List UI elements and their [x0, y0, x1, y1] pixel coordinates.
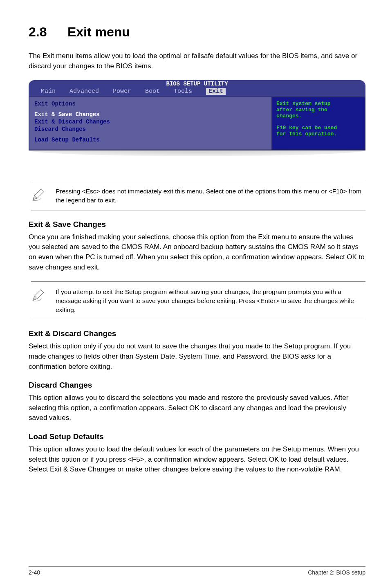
bios-tab-advanced: Advanced	[69, 88, 99, 95]
heading-exit-discard: Exit & Discard Changes	[29, 329, 365, 338]
bios-shadow	[29, 149, 365, 156]
bios-opt-discard: Discard Changes	[34, 126, 267, 132]
bios-left-title: Exit Options	[34, 101, 267, 107]
bios-help-l1: Exit system setup	[276, 101, 361, 107]
bios-right-pane: Exit system setup after saving the chang…	[271, 97, 365, 150]
bios-help-l4: F10 key can be used	[276, 125, 361, 131]
section-number: 2.8	[29, 25, 64, 40]
para-discard: This option allows you to discard the se…	[29, 393, 365, 423]
bios-left-pane: Exit Options Exit & Save Changes Exit & …	[29, 97, 271, 150]
note-save-prompt: If you attempt to exit the Setup program…	[31, 281, 365, 320]
bios-tab-exit: Exit	[206, 88, 226, 95]
section-heading: 2.8 Exit menu	[29, 25, 365, 40]
bios-body: Exit Options Exit & Save Changes Exit & …	[29, 97, 365, 150]
svg-line-1	[35, 289, 41, 295]
heading-load-defaults: Load Setup Defaults	[29, 432, 365, 441]
bios-tab-power: Power	[113, 88, 131, 95]
intro-paragraph: The Exit menu items allow you to load th…	[29, 51, 365, 71]
para-exit-save: Once you are finished making your select…	[29, 232, 365, 273]
heading-discard: Discard Changes	[29, 381, 365, 390]
bios-tab-boot: Boot	[145, 88, 160, 95]
bios-help-l5: for this operation.	[276, 131, 361, 137]
bios-screenshot: BIOS SETUP UTILITY Main Advanced Power B…	[29, 80, 365, 156]
note-save-prompt-text: If you attempt to exit the Setup program…	[56, 287, 365, 314]
para-exit-discard: Select this option only if you do not wa…	[29, 341, 365, 372]
svg-line-0	[35, 189, 41, 195]
section-title-text: Exit menu	[67, 25, 130, 39]
bios-tab-tools: Tools	[174, 88, 192, 95]
bios-opt-exit-discard: Exit & Discard Changes	[34, 119, 267, 125]
page-number: 2-40	[29, 569, 40, 576]
page-footer: 2-40 Chapter 2: BIOS setup	[29, 566, 365, 576]
pencil-icon	[31, 188, 45, 202]
chapter-label: Chapter 2: BIOS setup	[308, 569, 365, 576]
heading-exit-save: Exit & Save Changes	[29, 220, 365, 229]
para-load-defaults: This option allows you to load the defau…	[29, 444, 365, 475]
bios-help-l2: after saving the	[276, 107, 361, 113]
bios-opt-load-defaults: Load Setup Defaults	[34, 137, 267, 143]
note-esc-text: Pressing <Esc> does not immediately exit…	[56, 187, 365, 204]
bios-tab-row: Main Advanced Power Boot Tools Exit	[29, 87, 365, 97]
bios-title-bar: BIOS SETUP UTILITY	[29, 80, 365, 87]
bios-tab-main: Main	[41, 88, 56, 95]
bios-opt-exit-save: Exit & Save Changes	[34, 111, 267, 118]
note-esc: Pressing <Esc> does not immediately exit…	[31, 181, 365, 211]
pencil-icon	[31, 288, 45, 302]
bios-help-l3: changes.	[276, 113, 361, 119]
